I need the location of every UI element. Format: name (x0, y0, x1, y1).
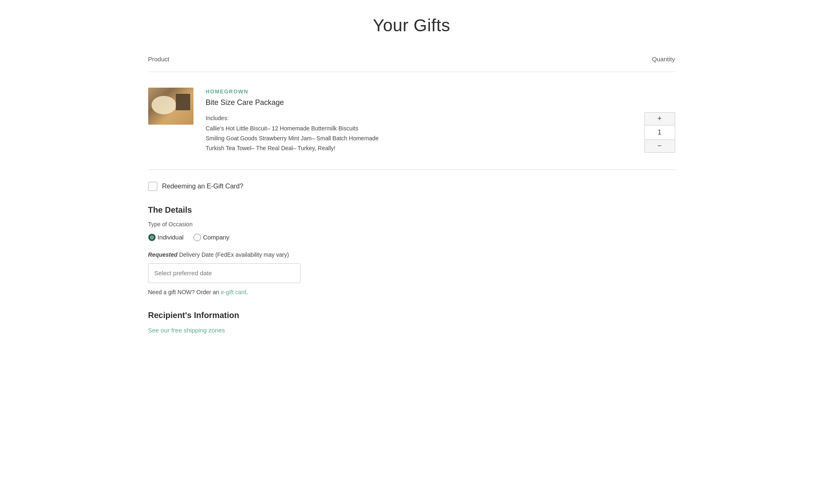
quantity-control: + 1 − (644, 112, 675, 153)
egift-label: Redeeming an E-Gift Card? (162, 181, 243, 191)
product-image-box (176, 94, 190, 110)
product-row: HOMEGROWN Bite Size Care Package Include… (148, 75, 675, 167)
gift-now-prefix: Need a gift NOW? Order an (148, 289, 221, 295)
quantity-decrement-button[interactable]: − (645, 140, 675, 152)
product-name: Bite Size Care Package (206, 97, 632, 108)
product-image-inner (148, 88, 194, 125)
egift-section: Redeeming an E-Gift Card? (148, 173, 675, 200)
delivery-label-prefix: Requested (148, 251, 178, 258)
radio-individual[interactable]: Individual (148, 233, 184, 242)
radio-company[interactable]: Company (194, 233, 229, 242)
product-divider (148, 170, 675, 170)
gift-now-period: . (246, 289, 248, 295)
egift-checkbox[interactable] (148, 182, 157, 191)
product-image (148, 88, 194, 125)
quantity-increment-button[interactable]: + (645, 113, 675, 125)
details-section: The Details Type of Occasion Individual … (148, 200, 675, 339)
radio-individual-input[interactable] (148, 234, 156, 241)
product-includes-label: Includes: (206, 114, 632, 123)
product-info: HOMEGROWN Bite Size Care Package Include… (206, 88, 632, 154)
recipient-title: Recipient's Information (148, 309, 675, 321)
gift-now-text: Need a gift NOW? Order an e-gift card. (148, 288, 675, 297)
product-item-0: Callie's Hot Little Biscuit– 12 Homemade… (206, 124, 632, 133)
egift-card-link[interactable]: e-gift card (221, 289, 246, 295)
product-item-1: Smiling Goat Goods Strawberry Mint Jam– … (206, 134, 632, 143)
radio-group: Individual Company (148, 233, 675, 242)
product-image-plate (152, 96, 176, 114)
occasion-label: Type of Occasion (148, 220, 675, 229)
delivery-label: Requested Delivery Date (FedEx availabil… (148, 251, 675, 259)
product-item-2: Turkish Tea Towel– The Real Deal– Turkey… (206, 144, 632, 153)
radio-individual-label: Individual (158, 233, 184, 242)
quantity-column-header: Quantity (652, 55, 675, 64)
shipping-zones-link[interactable]: See our free shipping zones (148, 327, 225, 334)
product-column-header: Product (148, 55, 170, 64)
product-brand: HOMEGROWN (206, 88, 632, 96)
radio-company-label: Company (203, 233, 229, 242)
details-title: The Details (148, 204, 675, 216)
radio-company-input[interactable] (194, 234, 201, 241)
page-title: Your Gifts (148, 12, 675, 38)
table-header: Product Quantity (148, 51, 675, 68)
delivery-label-suffix: Delivery Date (FedEx availability may va… (177, 251, 289, 258)
date-input[interactable] (148, 263, 301, 283)
header-divider (148, 72, 675, 72)
quantity-value: 1 (645, 125, 675, 140)
